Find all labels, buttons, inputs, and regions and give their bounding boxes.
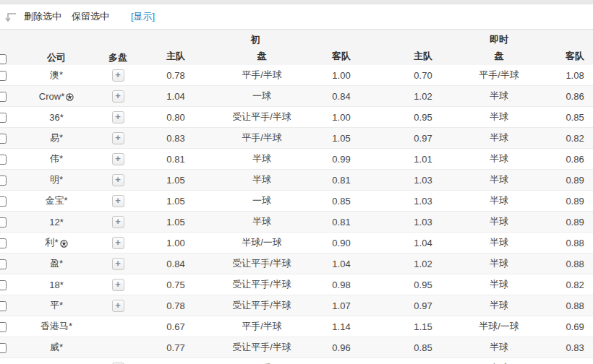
live-away-odds: 0.82	[523, 128, 593, 149]
expand-button[interactable]: +	[112, 69, 124, 82]
company-label: 香港马*	[40, 320, 72, 333]
row-checkbox[interactable]	[0, 92, 7, 102]
show-link[interactable]: [显示]	[131, 10, 155, 23]
multi-cell	[96, 316, 140, 337]
init-home-odds: 1.00	[140, 233, 212, 254]
live-home-odds: 1.03	[371, 212, 475, 233]
company-cell: 盈*	[17, 254, 96, 274]
expand-button[interactable]: +	[112, 195, 124, 207]
expand-button[interactable]: +	[112, 90, 124, 103]
init-home-odds: 1.05	[140, 212, 212, 233]
company-label: Crow*	[39, 91, 64, 102]
row-checkbox[interactable]	[0, 155, 7, 165]
company-cell: 伟*	[17, 149, 96, 170]
multi-cell: +	[96, 295, 140, 316]
company-label: 易*	[50, 131, 63, 144]
live-handicap: 平手/半球	[475, 65, 523, 86]
company-label: 金宝*	[45, 194, 67, 207]
row-checkbox[interactable]	[0, 343, 7, 353]
table-row: 易* + 0.83 平手/半球 1.05 0.97 半球 0.82	[0, 128, 593, 149]
table-row: 平* + 0.78 受让平手/半球 1.07 0.97 半球 0.88	[0, 295, 593, 316]
select-all-checkbox[interactable]	[0, 54, 7, 64]
multi-cell: +	[96, 212, 140, 233]
row-checkbox[interactable]	[0, 176, 7, 186]
live-away-odds: 0.88	[523, 295, 593, 316]
row-select-cell	[0, 128, 17, 149]
row-checkbox[interactable]	[0, 301, 7, 311]
live-home-odds: 1.02	[371, 86, 475, 107]
init-away-odds: 0.81	[312, 170, 371, 191]
live-away-odds: 0.69	[523, 316, 593, 337]
keep-selected-button[interactable]: 保留选中	[72, 10, 109, 23]
table-row: Crow* + 1.04 一球 0.84 1.02 半球 0.86	[0, 86, 593, 107]
multi-cell: +	[96, 274, 140, 295]
init-away-odds: 0.84	[312, 86, 371, 107]
live-home-odds: 1.01	[371, 149, 475, 170]
table-row: 利* + 1.00 半球/一球 0.90 1.04 半球 0.88	[0, 233, 593, 254]
init-handicap: 受让平手/半球	[212, 295, 312, 316]
toolbar: 删除选中 保留选中 [显示]	[0, 4, 593, 30]
delete-selected-button[interactable]: 删除选中	[24, 10, 61, 23]
live-home-odds: 1.02	[371, 254, 475, 274]
multi-cell: +	[96, 358, 140, 364]
company-cell: 明*	[17, 170, 96, 191]
row-checkbox[interactable]	[0, 71, 7, 81]
expand-button[interactable]: +	[112, 258, 124, 270]
company-cell: 易*	[17, 128, 96, 149]
multi-cell: +	[96, 233, 140, 254]
init-home-odds: 0.80	[140, 107, 212, 128]
column-header-company: 公司	[17, 30, 96, 65]
row-select-cell	[0, 233, 17, 254]
row-checkbox[interactable]	[0, 134, 7, 144]
expand-button[interactable]: +	[112, 153, 124, 165]
company-label: 平*	[50, 299, 63, 312]
row-checkbox[interactable]	[0, 113, 7, 123]
row-checkbox[interactable]	[0, 322, 7, 332]
row-checkbox[interactable]	[0, 280, 7, 290]
init-away-odds: 1.14	[312, 316, 371, 337]
init-away-odds: 0.75	[312, 358, 371, 364]
init-home-odds: 1.04	[140, 86, 212, 107]
expand-button[interactable]: +	[112, 237, 124, 249]
init-away-odds: 1.00	[312, 65, 371, 86]
row-checkbox[interactable]	[0, 217, 7, 228]
multi-cell: +	[96, 128, 140, 149]
live-handicap: 半球	[475, 149, 523, 170]
expand-button[interactable]: +	[112, 300, 124, 312]
expand-button[interactable]: +	[112, 216, 124, 228]
company-cell: 香港马*	[17, 316, 96, 337]
live-away-odds: 0.82	[523, 274, 593, 295]
init-handicap: 受让平手/半球	[212, 337, 312, 358]
live-handicap: 半球	[475, 107, 523, 128]
multi-cell: +	[96, 254, 140, 274]
row-checkbox[interactable]	[0, 259, 7, 269]
init-home-odds: 0.67	[140, 316, 212, 337]
live-away-odds: 0.85	[523, 107, 593, 128]
init-away-odds: 0.98	[312, 274, 371, 295]
init-home-odds: 1.05	[140, 191, 212, 212]
init-away-odds: 0.85	[312, 191, 371, 212]
table-row: 盈* + 0.84 受让平手/半球 1.04 1.02 半球 0.88	[0, 254, 593, 274]
row-select-cell	[0, 86, 17, 107]
live-away-odds: 0.88	[523, 254, 593, 274]
multi-cell: +	[96, 86, 140, 107]
column-header-live-home: 主队	[371, 47, 475, 65]
init-home-odds: 1.05	[140, 170, 212, 191]
expand-button[interactable]: +	[112, 174, 124, 186]
expand-button[interactable]: +	[112, 111, 124, 124]
expand-button[interactable]: +	[112, 132, 124, 144]
row-checkbox[interactable]	[0, 238, 7, 248]
row-checkbox[interactable]	[0, 196, 7, 207]
column-header-multi: 多盘	[96, 30, 140, 65]
table-row: 伟* + 0.81 半球 0.99 1.01 半球 0.86	[0, 149, 593, 170]
row-select-cell	[0, 316, 17, 337]
expand-button[interactable]: +	[112, 279, 124, 291]
company-label: 威*	[50, 341, 63, 354]
column-header-live-handicap: 盘	[475, 47, 523, 65]
column-header-init-away: 客队	[312, 47, 371, 65]
column-header-live-away: 客队	[523, 47, 593, 65]
table-row: 金宝* + 1.05 一球 0.85 1.03 半球 0.89	[0, 191, 593, 212]
live-away-odds: 0.86	[523, 86, 593, 107]
row-select-cell	[0, 337, 17, 358]
row-select-cell	[0, 65, 17, 86]
